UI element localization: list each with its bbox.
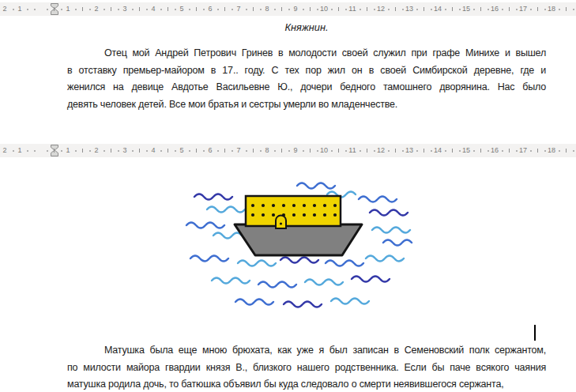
ruler-tick	[139, 7, 140, 11]
ruler-number: 6	[208, 145, 212, 156]
horizontal-ruler[interactable]: 21123456789101112131415161718	[0, 144, 576, 157]
ruler-dot	[360, 9, 361, 10]
ruler-number: 4	[151, 4, 155, 14]
ruler-dot	[360, 150, 361, 152]
porthole-dot	[323, 213, 326, 217]
ruler-dot	[232, 9, 233, 10]
ruler-dot	[13, 9, 14, 10]
ruler-dot	[445, 9, 446, 10]
ruler-tick	[310, 149, 311, 153]
ruler-number: 13	[405, 145, 413, 156]
text-line: в отставку премьер-майором в 17.. году. …	[67, 62, 546, 80]
ruler-number: 10	[320, 145, 328, 156]
ruler-tick	[452, 7, 453, 11]
porthole-dot	[303, 204, 306, 207]
ruler-dot	[431, 150, 432, 152]
paragraph[interactable]: Отец мой Андрей Петрович Гринев в молодо…	[67, 45, 546, 113]
ruler-number: 17	[519, 145, 527, 156]
ruler-tick	[480, 149, 481, 153]
ruler-dot	[175, 9, 176, 10]
ruler-dot	[146, 150, 148, 152]
ruler-dot	[445, 150, 446, 152]
paragraph[interactable]: Матушка была еще мною брюхата, как уже я…	[67, 342, 546, 392]
ruler-tick	[338, 7, 339, 11]
horizontal-ruler[interactable]: 21123456789101112131415161718	[0, 2, 576, 16]
ruler-number: 2	[2, 145, 6, 156]
ruler-tick	[424, 149, 424, 153]
wave-squiggle	[352, 277, 390, 282]
ruler-dot	[189, 150, 190, 152]
ruler-dot	[559, 150, 560, 152]
ruler-dot	[104, 9, 105, 10]
ruler-number: 11	[348, 4, 356, 14]
ruler-tick	[424, 7, 424, 11]
ruler-number: 6	[208, 4, 212, 14]
ruler-dot	[402, 150, 404, 152]
ruler-dot	[559, 9, 560, 10]
ruler-tick	[537, 149, 538, 153]
document-page[interactable]: 21123456789101112131415161718 Княжнин. О…	[0, 0, 576, 392]
ruler-dot	[317, 150, 318, 152]
ruler-tick	[196, 149, 197, 153]
ruler-dot	[217, 9, 219, 10]
left-indent-marker[interactable]	[51, 150, 58, 156]
ruler-number: 7	[236, 145, 240, 156]
ruler-dot	[345, 150, 347, 152]
first-line-indent-marker[interactable]	[51, 4, 58, 9]
ruler-dot	[402, 9, 404, 10]
ruler-dot	[89, 9, 91, 10]
ruler-dot	[388, 9, 390, 10]
ruler-number: 15	[462, 145, 470, 156]
ruler-dot	[303, 9, 304, 10]
wave-squiggle	[258, 282, 296, 288]
ruler-dot	[160, 9, 162, 10]
ruler-dot	[317, 9, 318, 10]
ruler-dot	[132, 150, 134, 152]
first-line-indent-marker[interactable]	[51, 145, 58, 151]
ruler-number: 2	[2, 4, 6, 14]
ruler-number: 1	[17, 145, 21, 156]
porthole-dot	[333, 204, 337, 207]
wave-squiggle	[359, 197, 397, 202]
ruler-dot	[175, 150, 176, 152]
ruler-dot	[189, 9, 190, 10]
ruler-number: 8	[265, 145, 269, 156]
ruler-tick	[395, 149, 396, 153]
left-indent-marker[interactable]	[51, 9, 58, 15]
ship-door	[276, 216, 286, 229]
indent-markers[interactable]	[51, 3, 58, 15]
indent-markers[interactable]	[51, 145, 58, 156]
porthole-dot	[313, 213, 316, 217]
ruler-tick	[139, 149, 140, 153]
ruler-dot	[345, 9, 347, 10]
wave-squiggle	[212, 278, 250, 284]
ruler-tick	[566, 7, 567, 11]
ruler-tick	[253, 149, 254, 153]
ruler-dot	[288, 150, 290, 152]
text-line: девять человек детей. Все мои братья и с…	[67, 96, 546, 114]
ruler-dot	[160, 150, 162, 152]
wave-squiggle	[213, 233, 242, 239]
ruler-tick	[395, 7, 396, 11]
ruler-tick	[196, 7, 197, 11]
ruler-dot	[516, 150, 518, 152]
ruler-dot	[34, 150, 36, 152]
wave-squiggle	[326, 261, 363, 266]
text-cursor	[534, 325, 536, 341]
inserted-drawing[interactable]	[180, 179, 417, 314]
ruler-number: 5	[179, 4, 183, 14]
ruler-number: 1	[66, 145, 70, 156]
porthole-dot	[251, 213, 254, 217]
text-line: Отец мой Андрей Петрович Гринев в молодо…	[67, 45, 546, 62]
ruler-dot	[488, 150, 489, 152]
text-line: матушка родила дочь, то батюшка объявил …	[67, 376, 546, 392]
epigraph-author: Княжнин.	[67, 21, 546, 33]
porthole-dot	[292, 213, 296, 217]
door-handle	[280, 222, 282, 224]
ruler-dot	[573, 150, 574, 152]
ruler-dot	[416, 150, 418, 152]
ruler-tick	[310, 7, 311, 11]
ruler-number: 12	[377, 4, 385, 14]
ruler-tick	[509, 149, 510, 153]
text-line: по милости майора гвардии князя В., близ…	[67, 360, 546, 377]
